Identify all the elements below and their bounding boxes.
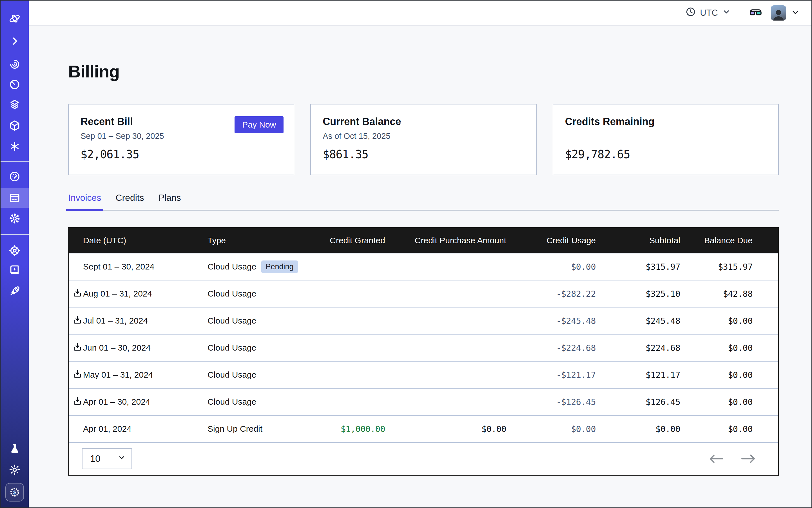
download-invoice-icon[interactable] [72,396,83,408]
invoice-type: Cloud Usage [208,370,300,380]
clock-icon [685,6,696,19]
getting-started-rocket-icon[interactable] [8,285,21,298]
tab-credits[interactable]: Credits [116,193,144,210]
avatar[interactable] [771,5,786,20]
balance-due: $42.88 [680,289,778,299]
balance-due: $0.00 [680,343,778,353]
tab-invoices[interactable]: Invoices [68,193,101,210]
column-header: Type [208,236,300,245]
labs-flask-icon[interactable] [8,442,21,455]
credit-usage: $0.00 [506,262,596,272]
subtotal: $126.45 [596,397,680,407]
services-icon[interactable] [8,140,21,153]
main-area: UTC [29,1,811,507]
balance-due: $0.00 [680,316,778,326]
tab-plans[interactable]: Plans [159,193,181,210]
table-header: Date (UTC) Type Credit Granted Credit Pu… [69,228,778,253]
logo-icon[interactable] [8,12,21,25]
invoice-type: Cloud Usage [208,289,300,298]
invoice-date: Aug 01 – 31, 2024 [69,289,208,298]
column-header: Credit Granted [300,236,385,245]
balance-due: $0.00 [680,370,778,380]
sidebar-divider [1,161,29,162]
credits-dollar-button[interactable]: $ [5,483,24,502]
credit-usage: -$126.45 [506,397,596,407]
invoice-date: Jun 01 – 30, 2024 [69,343,208,352]
balance-due: $315.97 [680,262,778,272]
card-subtitle [565,131,766,142]
page-size-select[interactable]: 10 [82,448,132,469]
subtotal: $325.10 [596,289,680,299]
column-header: Credit Usage [506,236,596,245]
docs-book-icon[interactable] [8,264,21,277]
download-invoice-icon[interactable] [72,342,83,354]
previous-page-button[interactable] [708,453,724,465]
invoice-type: Cloud Usage [208,343,300,352]
column-header: Balance Due [680,236,778,245]
observe-icon[interactable] [8,58,21,71]
credit-purchase: $0.00 [385,424,506,434]
invoice-type: Sign Up Credit [208,424,300,434]
pagination: 10 [69,442,778,475]
table-row: Sept 01 – 30, 2024 Cloud Usage Pending $… [69,253,778,280]
subtotal: $121.17 [596,370,680,380]
credit-usage: -$245.48 [506,316,596,326]
subtotal: $0.00 [596,424,680,434]
history-icon[interactable] [8,78,21,91]
recent-bill-card: Recent Bill Sep 01 – Sep 30, 2025 $2,061… [68,104,294,175]
account-menu-chevron-icon[interactable] [790,8,800,18]
sidebar-divider [1,234,29,235]
invoice-date: Sept 01 – 30, 2024 [69,262,208,271]
invoice-type: Cloud Usage Pending [208,260,300,273]
subtotal: $315.97 [596,262,680,272]
content: Billing Recent Bill Sep 01 – Sep 30, 202… [29,26,811,507]
platform-wheel-icon[interactable] [8,244,21,257]
balance-due: $0.00 [680,397,778,407]
summary-cards: Recent Bill Sep 01 – Sep 30, 2025 $2,061… [68,104,779,175]
invoices-table: Date (UTC) Type Credit Granted Credit Pu… [68,227,779,476]
subtotal: $224.68 [596,343,680,353]
layers-icon[interactable] [8,98,21,111]
next-page-button[interactable] [740,453,757,465]
deployments-icon[interactable] [8,119,21,132]
page-size-value: 10 [90,453,100,464]
invoice-type: Cloud Usage [208,397,300,407]
topbar: UTC [29,1,811,26]
table-row: Apr 01, 2024 Sign Up Credit $1,000.00 $0… [69,415,778,442]
download-invoice-icon[interactable] [72,288,83,300]
download-invoice-icon[interactable] [72,369,83,381]
card-title: Credits Remaining [565,116,766,128]
pay-now-button[interactable]: Pay Now [234,116,284,133]
credits-remaining-card: Credits Remaining $29,782.65 [553,104,779,175]
card-amount: $861.35 [323,148,524,161]
download-invoice-icon[interactable] [72,315,83,327]
billing-icon[interactable] [8,192,21,204]
table-row: Aug 01 – 31, 2024 Cloud Usage -$282.22 $… [69,280,778,307]
column-header: Credit Purchase Amount [385,236,506,245]
card-amount: $2,061.35 [81,148,282,161]
glasses-icon[interactable] [749,6,762,20]
chevron-down-icon [117,453,126,464]
app-window: $ UTC [0,0,812,508]
pagination-arrows [708,453,757,465]
timezone-selector[interactable]: UTC [685,6,731,19]
credit-granted: $1,000.00 [300,424,385,434]
chevron-down-icon [722,7,731,18]
settings-gear-icon[interactable] [8,212,21,225]
current-balance-card: Current Balance As of Oct 15, 2025 $861.… [310,104,537,175]
card-title: Current Balance [323,116,524,128]
card-amount: $29,782.65 [565,148,766,161]
svg-text:$: $ [13,490,16,495]
dashboard-icon[interactable] [8,170,21,183]
table-row: Jun 01 – 30, 2024 Cloud Usage -$224.68 $… [69,334,778,361]
table-row: Jul 01 – 31, 2024 Cloud Usage -$245.48 $… [69,307,778,334]
card-subtitle: As of Oct 15, 2025 [323,131,524,142]
invoice-date: Apr 01 – 30, 2024 [69,397,208,407]
credit-usage: -$282.22 [506,289,596,299]
invoice-date: Jul 01 – 31, 2024 [69,316,208,326]
expand-sidebar-icon[interactable] [8,35,21,48]
credit-usage: -$224.68 [506,343,596,353]
invoice-date: May 01 – 31, 2024 [69,370,208,380]
credit-usage: $0.00 [506,424,596,434]
theme-sun-icon[interactable] [8,463,21,476]
